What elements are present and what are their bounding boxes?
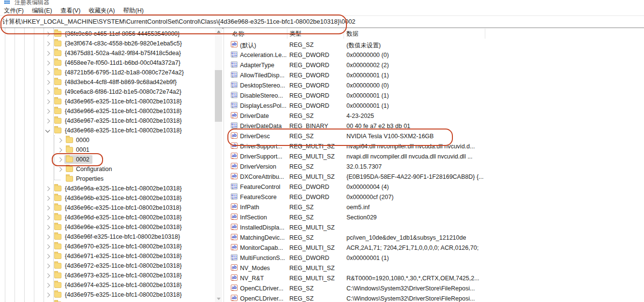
value-row-NV_RT[interactable]: abNV_R&TREG_MULTI_SZR&T0000=1920,1080,*,… bbox=[224, 273, 644, 283]
value-row-AccelerationLe[interactable]: 011110Acceleration.Le...REG_DWORD0x00000… bbox=[224, 50, 644, 60]
tree-item-4d36e968-e325-11ce-bfc1-08002be10318[interactable]: {4d36e968-e325-11ce-bfc1-08002be10318} bbox=[0, 126, 215, 135]
tree-scrollbar[interactable] bbox=[215, 28, 222, 302]
value-row-DriverDateData[interactable]: 011110DriverDateDataREG_BINARY00 40 fe a… bbox=[224, 121, 644, 131]
value-row-DriverSupport[interactable]: abDriverSupport...REG_MULTI_SZnvapi.dll … bbox=[224, 151, 644, 161]
menu-item-0[interactable]: 文件(F) bbox=[4, 7, 24, 15]
tree-item-4d36e965-e325-11ce-bfc1-08002be10318[interactable]: {4d36e965-e325-11ce-bfc1-08002be10318} bbox=[0, 97, 215, 106]
chevron-right-icon[interactable] bbox=[45, 80, 50, 85]
tree-item-Properties[interactable]: Properties bbox=[0, 174, 215, 184]
value-row-InfPath[interactable]: abInfPathREG_SZoem5.inf bbox=[224, 202, 644, 212]
menu-item-3[interactable]: 收藏夹(A) bbox=[89, 7, 115, 15]
chevron-right-icon[interactable] bbox=[45, 293, 50, 298]
tree-item-4d36e974-e325-11ce-bfc1-08002be10318[interactable]: {4d36e974-e325-11ce-bfc1-08002be10318} bbox=[0, 280, 215, 290]
chevron-right-icon[interactable] bbox=[45, 254, 50, 259]
chevron-right-icon[interactable] bbox=[45, 42, 50, 46]
chevron-right-icon[interactable] bbox=[45, 71, 50, 75]
tree-item-4d36e972-e325-11ce-bfc1-08002be10318[interactable]: {4d36e972-e325-11ce-bfc1-08002be10318} bbox=[0, 261, 215, 271]
chevron-right-icon[interactable] bbox=[45, 225, 50, 230]
tree-item-48721b56-6795-11d2-b1a8-0080c72e74a2[interactable]: {48721b56-6795-11d2-b1a8-0080c72e74a2} bbox=[0, 68, 215, 77]
chevron-right-icon[interactable] bbox=[58, 158, 62, 162]
chevron-right-icon[interactable] bbox=[45, 264, 50, 269]
column-header-name[interactable]: 名称 bbox=[232, 30, 244, 38]
value-row-DriverVersion[interactable]: abDriverVersionREG_SZ32.0.15.7307 bbox=[224, 161, 644, 172]
tree-item-4658ee7e-f050-11d1-b6bd-00c04fa372a7[interactable]: {4658ee7e-f050-11d1-b6bd-00c04fa372a7} bbox=[0, 58, 215, 68]
chevron-right-icon[interactable] bbox=[45, 216, 50, 220]
value-row-DesktopStereo[interactable]: 011110DesktopStereo...REG_DWORD0x0000000… bbox=[224, 80, 644, 90]
tree-item-48d3ebc4-4cf8-48ff-b869-9c68ad42eb9f[interactable]: {48d3ebc4-4cf8-48ff-b869-9c68ad42eb9f} bbox=[0, 77, 215, 87]
chevron-right-icon[interactable] bbox=[45, 244, 50, 249]
tree-item-4d36e96f-e325-11ce-bfc1-08002be10318[interactable]: {4d36e96f-e325-11ce-bfc1-08002be10318} bbox=[0, 232, 215, 242]
value-row-DriverDate[interactable]: abDriverDateREG_SZ4-23-2025 bbox=[224, 111, 644, 121]
value-row-NV_Modes[interactable]: abNV_ModesREG_MULTI_SZ bbox=[224, 263, 644, 273]
chevron-right-icon[interactable] bbox=[45, 187, 50, 191]
chevron-right-icon[interactable] bbox=[45, 119, 50, 124]
tree-item-4d36e96e-e325-11ce-bfc1-08002be10318[interactable]: {4d36e96e-e325-11ce-bfc1-08002be10318} bbox=[0, 222, 215, 232]
tree-item-4d36e970-e325-11ce-bfc1-08002be10318[interactable]: {4d36e970-e325-11ce-bfc1-08002be10318} bbox=[0, 242, 215, 251]
folder-icon bbox=[54, 60, 61, 66]
value-row-OpenCLDriver[interactable]: abOpenCLDriver...REG_SZC:\Windows\System… bbox=[224, 283, 644, 293]
tree-item-43675d81-502a-4a82-9f84-b75f418c5dea[interactable]: {43675d81-502a-4a82-9f84-b75f418c5dea} bbox=[0, 48, 215, 58]
value-row-FeatureControl[interactable]: 011110FeatureControlREG_DWORD0x00000004 … bbox=[224, 182, 644, 192]
tree-item-4d36e96d-e325-11ce-bfc1-08002be10318[interactable]: {4d36e96d-e325-11ce-bfc1-08002be10318} bbox=[0, 213, 215, 222]
chevron-right-icon[interactable] bbox=[45, 196, 50, 201]
column-header-data[interactable]: 数据 bbox=[346, 30, 359, 38]
value-row-OpenCLDriver[interactable]: abOpenCLDriver...REG_SZC:\Windows\System… bbox=[224, 293, 644, 302]
tree-item-4d36e966-e325-11ce-bfc1-08002be10318[interactable]: {4d36e966-e325-11ce-bfc1-08002be10318} bbox=[0, 106, 215, 116]
tree-item-4d36e971-e325-11ce-bfc1-08002be10318[interactable]: {4d36e971-e325-11ce-bfc1-08002be10318} bbox=[0, 251, 215, 261]
menu-item-4[interactable]: 帮助(H) bbox=[123, 7, 143, 15]
value-data: 00 40 fe a7 e2 b3 db 01 bbox=[346, 123, 410, 129]
tree-item-36fc9e60-c465-11cf-8056-444553540000[interactable]: {36fc9e60-c465-11cf-8056-444553540000} bbox=[0, 29, 215, 39]
value-row-InstalledDispla[interactable]: abInstalledDispla...REG_MULTI_SZ bbox=[224, 222, 644, 232]
menu-item-1[interactable]: 编辑(E) bbox=[32, 7, 52, 15]
tree-item-49ce6ac8-6f86-11d2-b1e5-0080c72e74a2[interactable]: {49ce6ac8-6f86-11d2-b1e5-0080c72e74a2} bbox=[0, 87, 215, 97]
value-row-MultiFunctionS[interactable]: 011110MultiFunctionS...REG_DWORD0x000000… bbox=[224, 253, 644, 263]
address-bar-input[interactable]: 计算机\HKEY_LOCAL_MACHINE\SYSTEM\CurrentCon… bbox=[0, 15, 644, 29]
value-row-InfSection[interactable]: abInfSectionREG_SZSection029 bbox=[224, 212, 644, 222]
value-row-DisableStereo[interactable]: 011110DisableStereo...REG_DWORD0x0000000… bbox=[224, 90, 644, 101]
value-row-DriverDesc[interactable]: abDriverDescREG_SZNVIDIA Tesla V100-SXM2… bbox=[224, 131, 644, 141]
tree-item-4d36e975-e325-11ce-bfc1-08002be10318[interactable]: {4d36e975-e325-11ce-bfc1-08002be10318} bbox=[0, 290, 215, 300]
tree-item-4d36e96b-e325-11ce-bfc1-08002be10318[interactable]: {4d36e96b-e325-11ce-bfc1-08002be10318} bbox=[0, 193, 215, 203]
tree-item-4d36e977-e325-11ce-bfc1-08002be10318[interactable]: {4d36e977-e325-11ce-bfc1-08002be10318} bbox=[0, 300, 215, 302]
chevron-right-icon[interactable] bbox=[58, 148, 62, 153]
chevron-right-icon[interactable] bbox=[45, 283, 50, 288]
chevron-right-icon[interactable] bbox=[45, 235, 50, 240]
column-separator[interactable] bbox=[287, 29, 287, 39]
chevron-right-icon[interactable] bbox=[45, 51, 50, 56]
scrollbar-up-arrow-icon[interactable] bbox=[217, 30, 221, 33]
scrollbar-thumb[interactable] bbox=[215, 70, 222, 122]
chevron-right-icon[interactable] bbox=[45, 109, 50, 114]
value-row-DXCoreAttribu[interactable]: abDXCoreAttribu...REG_MULTI_SZ{E0B195DA-… bbox=[224, 172, 644, 182]
tree-item-4d36e96c-e325-11ce-bfc1-08002be10318[interactable]: {4d36e96c-e325-11ce-bfc1-08002be10318} bbox=[0, 203, 215, 213]
value-row-[interactable]: ab(默认)REG_SZ(数值未设置) bbox=[224, 40, 644, 50]
value-row-FeatureScore[interactable]: 011110FeatureScoreREG_DWORD0x000000cf (2… bbox=[224, 192, 644, 202]
column-header-type[interactable]: 类型 bbox=[289, 30, 301, 38]
chevron-right-icon[interactable] bbox=[45, 100, 50, 104]
value-row-MonitorCapab[interactable]: abMonitorCapab...REG_MULTI_SZACR,2A1,71;… bbox=[224, 243, 644, 253]
chevron-right-icon[interactable] bbox=[58, 138, 62, 143]
tree-item-0001[interactable]: 0001 bbox=[0, 145, 215, 155]
value-row-AllowTiledDisp[interactable]: 011110AllowTiledDisp...REG_DWORD0x000000… bbox=[224, 70, 644, 80]
tree-item-0000[interactable]: 0000 bbox=[0, 135, 215, 145]
tree-item-0002[interactable]: 0002 bbox=[0, 155, 215, 164]
tree-item-3e3f0674-c83c-4558-bb26-9820e1eba5c5[interactable]: {3e3f0674-c83c-4558-bb26-9820e1eba5c5} bbox=[0, 39, 215, 48]
value-row-DriverSupport[interactable]: abDriverSupport...REG_MULTI_SZnvapi64.dl… bbox=[224, 141, 644, 151]
menu-item-2[interactable]: 查看(V) bbox=[60, 7, 81, 15]
chevron-right-icon[interactable] bbox=[45, 32, 50, 37]
value-row-DisplayLessPol[interactable]: 011110DisplayLessPol...REG_DWORD0x000000… bbox=[224, 101, 644, 111]
chevron-right-icon[interactable] bbox=[45, 90, 50, 95]
chevron-right-icon[interactable] bbox=[45, 206, 50, 211]
tree-item-4d36e967-e325-11ce-bfc1-08002be10318[interactable]: {4d36e967-e325-11ce-bfc1-08002be10318} bbox=[0, 116, 215, 126]
value-row-MatchingDevic[interactable]: abMatchingDevic...REG_SZpci\ven_10de&dev… bbox=[224, 232, 644, 243]
chevron-right-icon[interactable] bbox=[45, 273, 50, 278]
column-separator[interactable] bbox=[344, 29, 344, 39]
tree-item-4d36e96a-e325-11ce-bfc1-08002be10318[interactable]: {4d36e96a-e325-11ce-bfc1-08002be10318} bbox=[0, 184, 215, 193]
tree-item-4d36e973-e325-11ce-bfc1-08002be10318[interactable]: {4d36e973-e325-11ce-bfc1-08002be10318} bbox=[0, 271, 215, 280]
chevron-right-icon[interactable] bbox=[58, 167, 62, 172]
chevron-down-icon[interactable] bbox=[45, 128, 50, 133]
tree-item-Configuration[interactable]: Configuration bbox=[0, 164, 215, 174]
value-row-AdapterType[interactable]: 011110AdapterTypeREG_DWORD0x00000002 (2) bbox=[224, 60, 644, 70]
scrollbar-down-arrow-icon[interactable] bbox=[217, 298, 221, 300]
chevron-right-icon[interactable] bbox=[45, 61, 50, 66]
column-separator[interactable] bbox=[485, 29, 485, 39]
